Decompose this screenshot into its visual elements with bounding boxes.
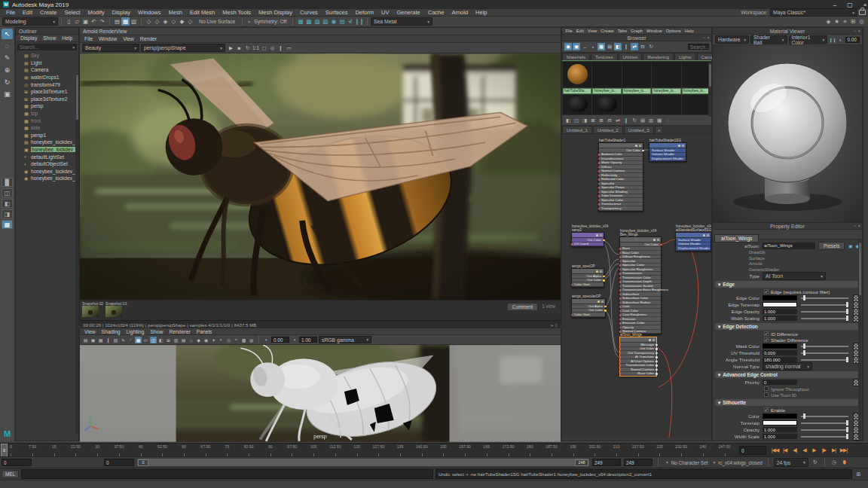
auto-keyframe-icon[interactable]: ⬮ (841, 459, 848, 466)
snap-view-icon[interactable]: ◆ (178, 17, 186, 26)
playback-start-field[interactable]: 0 (104, 459, 134, 466)
construction-history-icon[interactable]: ▦ (296, 17, 304, 26)
close-panel-icon[interactable]: × (857, 29, 860, 33)
input-connections-icon[interactable]: ◧ (564, 117, 572, 124)
snap-grid-icon[interactable]: ◇ (145, 17, 153, 26)
grid-icon[interactable]: ▦ (135, 337, 142, 343)
material-name-label[interactable]: honeybee_lo... (592, 88, 621, 94)
animation-preferences-icon[interactable]: ◷ (830, 459, 838, 466)
active-tool-select[interactable]: Sea Metal▾ (371, 17, 432, 26)
layout-split-icon[interactable]: ◧ (2, 199, 13, 208)
angle-threshold-slider[interactable] (801, 359, 848, 361)
menu-item[interactable]: Curves (296, 9, 322, 16)
minimize-button[interactable]: – (829, 2, 841, 8)
renderview-menu-item[interactable]: Window (96, 36, 120, 41)
range-end-handle[interactable]: 248 (575, 459, 588, 466)
image-plane-icon[interactable]: ▧ (112, 337, 119, 343)
screen-space-ao-icon[interactable]: ◎ (225, 337, 232, 343)
material-preview[interactable] (713, 45, 862, 223)
float-panel-icon[interactable]: ▫ (854, 224, 855, 228)
material-swatch[interactable] (652, 95, 680, 114)
motion-blur-icon[interactable]: ≈ (233, 337, 240, 343)
menu-item[interactable]: Create (36, 9, 61, 16)
2d-pan-icon[interactable]: ✎ (120, 337, 127, 343)
menu-item[interactable]: Arnold (448, 9, 472, 16)
uv-threshold-field[interactable]: 0.000 (763, 350, 797, 355)
outliner-item[interactable]: ▦ persp1 (16, 132, 78, 139)
make-live-icon[interactable]: ◇ (186, 17, 194, 26)
hypershade-menu-item[interactable]: Help (683, 29, 695, 33)
outliner-item[interactable]: ▦ side (16, 124, 78, 132)
outliner-item[interactable]: ◎ transform479 (16, 81, 78, 88)
mv-environment-select[interactable]: Interior1 Color▾ (789, 35, 828, 44)
mv-exposure-field[interactable]: 0.00 (845, 37, 860, 43)
material-swatch[interactable] (682, 95, 711, 114)
menu-item[interactable]: Mesh (165, 9, 186, 16)
bookmark-icon[interactable]: ❙ (105, 337, 112, 343)
type-select[interactable]: AI Toon▾ (763, 272, 826, 280)
safe-title-icon[interactable]: ▤ (180, 337, 187, 343)
silhouette-color-slider[interactable] (801, 416, 848, 417)
command-input[interactable] (21, 469, 433, 479)
viewport-menu-item[interactable]: Renderer (166, 329, 193, 334)
wireframe-icon[interactable]: ◇ (188, 337, 194, 343)
width-scaling-slider[interactable] (801, 318, 848, 319)
swatch-medium-icon[interactable]: ▣ (573, 43, 580, 50)
safe-action-icon[interactable]: ▥ (173, 337, 179, 343)
node-hairtubeshader1sg[interactable]: hairTubeShader1SG Surface ShaderVolume S… (649, 142, 686, 162)
menu-item[interactable]: Display (108, 9, 135, 16)
renderview-menu-item[interactable]: File (81, 36, 96, 41)
layout-single-icon[interactable]: ▉ (2, 178, 13, 187)
shaded-icon[interactable]: ◆ (195, 337, 202, 343)
outliner-item[interactable]: ▤ Light (16, 59, 78, 67)
hypershade-menu-item[interactable]: Tabs (616, 29, 628, 33)
character-set-select[interactable]: No Character Set (671, 460, 708, 465)
menu-item[interactable]: Mesh Display (255, 9, 296, 16)
viewport-canvas[interactable]: persp (80, 345, 561, 442)
menu-item[interactable]: UV (377, 9, 393, 16)
pause-icon[interactable]: ❙❙ (354, 17, 364, 26)
refresh-swatches-icon[interactable]: ↻ (647, 43, 655, 50)
render-icon[interactable]: ▩ (304, 17, 313, 26)
hypershade-icon[interactable]: ◉ (329, 17, 338, 26)
multisample-icon[interactable]: ▩ (240, 337, 247, 343)
resolution-gate-icon[interactable]: ◫ (150, 337, 157, 343)
hypershade-menu-item[interactable]: Options (664, 29, 683, 33)
viewport-menu-item[interactable]: Show (147, 329, 166, 334)
section-silhouette[interactable]: ▾Silhouette (715, 399, 860, 406)
material-name-label[interactable]: hairTubeSha... (563, 88, 591, 94)
layout-four-icon[interactable]: ◫ (2, 188, 13, 197)
viewport-menu-item[interactable]: Shading (99, 329, 124, 334)
viewport-menu-item[interactable]: View (81, 329, 99, 334)
playback-loop-icon[interactable]: ↻ (811, 459, 819, 466)
playback-button[interactable]: ◀ (799, 445, 809, 455)
renderview-menu-item[interactable]: Render (137, 36, 160, 41)
silhouette-opacity-slider[interactable] (801, 429, 848, 431)
hypershade-menu-item[interactable]: Graph (628, 29, 644, 33)
use-toon-id-checkbox[interactable]: Use Toon ID (713, 392, 862, 398)
material-swatch[interactable] (682, 62, 711, 87)
select-camera-icon[interactable]: ▤ (82, 337, 89, 343)
menu-item[interactable]: Edit Mesh (186, 9, 219, 16)
material-swatch[interactable] (622, 62, 651, 87)
silhouette-opacity-field[interactable]: 1.000 (763, 427, 797, 432)
layout-grid-icon[interactable]: ⊞ (849, 17, 857, 26)
node-attr-row[interactable]: Color Gain (572, 282, 604, 287)
script-editor-icon[interactable]: ⊞ (854, 470, 863, 478)
mask-color-slider[interactable] (801, 346, 848, 347)
material-name-label[interactable]: honeybee_lo... (682, 88, 711, 94)
full-mode-icon[interactable]: ▦ (656, 117, 663, 124)
snap-point-icon[interactable]: ◈ (161, 17, 170, 26)
hypershade-menu-item[interactable]: File (564, 29, 574, 33)
outliner-item[interactable]: ◉ honeybee_lockdev_v04... (16, 175, 78, 182)
lasso-tool-icon[interactable]: ◌ (2, 41, 13, 51)
save-scene-icon[interactable]: ▣ (81, 17, 90, 26)
viewport-menu-item[interactable]: Lighting (124, 329, 148, 334)
close-panel-icon[interactable]: × (707, 35, 710, 40)
swatch-search-input[interactable]: Search... (688, 44, 709, 50)
stop-render-icon[interactable]: ■ (235, 44, 243, 52)
viewport-menu-item[interactable]: Panels (194, 329, 215, 334)
playback-end-field[interactable]: 249 (592, 459, 621, 466)
outliner-item[interactable]: ▦ front (16, 117, 78, 124)
playback-button[interactable]: ▶ (809, 445, 819, 455)
